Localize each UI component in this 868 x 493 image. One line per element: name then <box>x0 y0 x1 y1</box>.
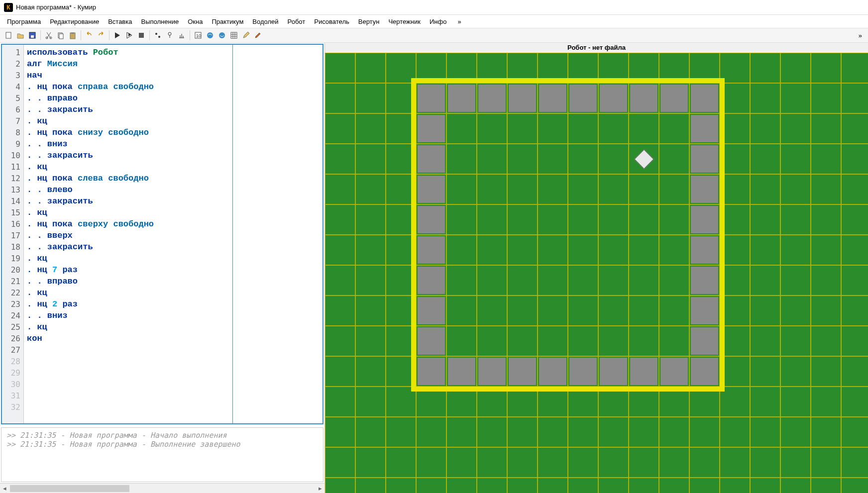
filled-cell <box>691 85 718 112</box>
svg-point-4 <box>50 37 52 39</box>
menu-программа[interactable]: Программа <box>3 17 45 26</box>
cut-icon[interactable] <box>43 30 54 41</box>
scroll-right-icon[interactable]: ▸ <box>316 484 325 493</box>
filled-cell <box>418 115 445 142</box>
menu-вставка[interactable]: Вставка <box>104 17 136 26</box>
svg-point-10 <box>155 33 157 35</box>
filled-cell <box>569 358 597 385</box>
btn-num-icon[interactable]: 10 <box>193 30 204 41</box>
filled-cell <box>539 358 566 385</box>
file-save-icon[interactable] <box>27 30 38 41</box>
robot-field[interactable] <box>325 53 868 493</box>
svg-rect-9 <box>139 33 144 38</box>
menu-окна[interactable]: Окна <box>184 17 207 26</box>
btn-blue1-icon[interactable] <box>205 30 216 41</box>
menu-робот[interactable]: Робот <box>284 17 310 26</box>
scroll-thumb[interactable] <box>10 485 129 492</box>
svg-rect-6 <box>59 34 63 39</box>
svg-rect-17 <box>231 32 237 38</box>
horizontal-scrollbar[interactable]: ◂ ▸ <box>0 483 325 493</box>
file-open-icon[interactable] <box>15 30 26 41</box>
filled-cell <box>478 85 506 112</box>
btn-brush-icon[interactable] <box>252 30 263 41</box>
filled-cell <box>478 358 506 385</box>
svg-rect-2 <box>31 35 34 38</box>
svg-rect-0 <box>6 32 11 38</box>
filled-cell <box>539 85 566 112</box>
svg-point-3 <box>46 37 48 39</box>
filled-cell <box>418 267 445 294</box>
mark1-icon[interactable] <box>152 30 163 41</box>
undo-icon[interactable] <box>84 30 95 41</box>
filled-cell <box>418 297 445 324</box>
filled-cell <box>418 327 445 355</box>
menu-рисователь[interactable]: Рисователь <box>310 17 353 26</box>
menu-инфо[interactable]: Инфо <box>426 17 450 26</box>
wall-top <box>411 78 725 83</box>
menu-выполнение[interactable]: Выполнение <box>137 17 183 26</box>
editor-margin <box>233 45 323 423</box>
paste-icon[interactable] <box>67 30 78 41</box>
filled-cell <box>660 358 688 385</box>
stop-icon[interactable] <box>136 30 147 41</box>
filled-cell <box>418 206 445 233</box>
code-area[interactable]: использовать Роботалг Миссиянач. нц пока… <box>24 45 233 423</box>
filled-cell <box>569 85 597 112</box>
menu-чертежник[interactable]: Чертежник <box>384 17 425 26</box>
filled-cell <box>448 358 475 385</box>
file-new-icon[interactable] <box>3 30 14 41</box>
toolbar-separator <box>81 30 81 40</box>
filled-cell <box>691 267 718 294</box>
menu-редактирование[interactable]: Редактирование <box>46 17 103 26</box>
toolbar: 10» <box>0 28 868 43</box>
filled-cell <box>418 358 445 385</box>
btn-edit-icon[interactable] <box>240 30 251 41</box>
redo-icon[interactable] <box>96 30 107 41</box>
menu-вертун[interactable]: Вертун <box>354 17 384 26</box>
titlebar: К Новая программа* - Кумир <box>0 0 868 15</box>
svg-rect-8 <box>71 32 74 34</box>
filled-cell <box>691 145 718 173</box>
wall-bottom <box>411 387 725 392</box>
svg-text:10: 10 <box>196 33 201 38</box>
run-small-icon[interactable] <box>124 30 135 41</box>
filled-cell <box>418 85 445 112</box>
toolbar-separator <box>40 30 41 40</box>
btn-blue2-icon[interactable] <box>217 30 227 41</box>
svg-point-11 <box>158 36 160 38</box>
menu-практикум[interactable]: Практикум <box>208 17 247 26</box>
app-icon: К <box>4 3 13 12</box>
toolbar-more[interactable]: » <box>856 32 865 39</box>
filled-cell <box>691 236 718 264</box>
filled-cell <box>448 85 475 112</box>
menu-more[interactable]: » <box>453 17 465 26</box>
code-editor[interactable]: 1234567891011121314151617181920212223242… <box>1 44 324 424</box>
mark2-icon[interactable] <box>164 30 175 41</box>
robot-panel-title: Робот - нет файла <box>325 43 868 53</box>
filled-cell <box>660 85 688 112</box>
filled-cell <box>691 115 718 142</box>
wall-right <box>720 78 725 392</box>
filled-cell <box>691 327 718 355</box>
filled-cell <box>630 358 657 385</box>
svg-point-16 <box>219 32 225 38</box>
toolbar-separator <box>149 30 150 40</box>
filled-cell <box>600 358 627 385</box>
btn-grid-icon[interactable] <box>228 30 239 41</box>
scroll-left-icon[interactable]: ◂ <box>0 484 9 493</box>
toolbar-separator <box>109 30 109 40</box>
console-output[interactable]: >> 21:31:35 - Новая программа - Начало в… <box>1 427 324 482</box>
filled-cell <box>691 358 718 385</box>
gutter: 1234567891011121314151617181920212223242… <box>2 45 24 423</box>
copy-icon[interactable] <box>55 30 66 41</box>
run-icon[interactable] <box>112 30 123 41</box>
mark3-icon[interactable] <box>176 30 187 41</box>
filled-cell <box>691 297 718 324</box>
filled-cell <box>691 176 718 203</box>
menu-водолей[interactable]: Водолей <box>248 17 282 26</box>
toolbar-separator <box>190 30 190 40</box>
wall-left <box>411 78 416 392</box>
filled-cell <box>418 176 445 203</box>
svg-point-15 <box>207 32 213 38</box>
filled-cell <box>600 85 627 112</box>
